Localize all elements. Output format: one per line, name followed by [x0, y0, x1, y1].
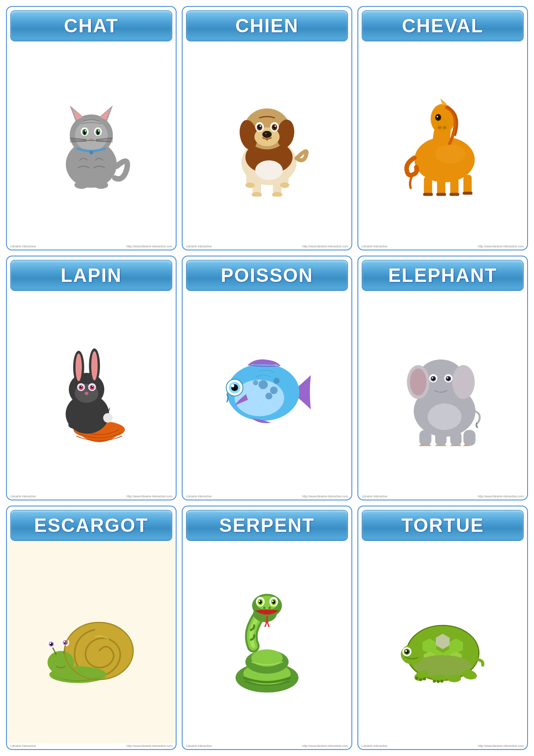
- svg-point-14: [98, 130, 99, 132]
- svg-point-99: [231, 384, 234, 387]
- svg-point-113: [447, 377, 449, 379]
- svg-point-153: [259, 600, 261, 602]
- card-footer-chat: Librairie-Interactive http://www.librair…: [7, 244, 176, 250]
- card-chat: CHAT: [6, 6, 177, 250]
- svg-point-75: [91, 351, 98, 381]
- svg-point-172: [405, 650, 407, 652]
- card-title-serpent: SERPENT: [219, 515, 315, 536]
- svg-point-74: [75, 354, 82, 381]
- svg-rect-116: [450, 431, 462, 446]
- svg-rect-115: [435, 431, 447, 446]
- card-footer-escargot: Librairie-Interactive http://www.librair…: [7, 744, 176, 749]
- chat-svg: [48, 91, 134, 194]
- svg-point-112: [432, 377, 434, 379]
- svg-point-47: [245, 182, 255, 188]
- card-title-elephant: ELEPHANT: [388, 265, 497, 286]
- svg-point-83: [81, 386, 82, 387]
- card-footer-poisson: Librairie-Interactive http://www.librair…: [183, 494, 351, 500]
- svg-point-105: [410, 369, 427, 396]
- card-tortue: TORTUE: [357, 506, 528, 750]
- card-title-wrapper-tortue: TORTUE: [362, 510, 524, 541]
- svg-point-24: [94, 181, 108, 189]
- svg-point-91: [259, 380, 268, 389]
- svg-point-37: [260, 125, 261, 127]
- svg-point-181: [437, 680, 440, 683]
- svg-point-22: [89, 150, 93, 154]
- svg-rect-63: [463, 175, 472, 195]
- svg-point-180: [433, 680, 436, 683]
- svg-point-137: [50, 643, 52, 644]
- card-image-elephant: [358, 291, 527, 494]
- svg-rect-66: [450, 193, 459, 196]
- card-title-poisson: POISSON: [221, 265, 314, 286]
- card-title-wrapper-escargot: ESCARGOT: [10, 510, 172, 541]
- svg-point-57: [437, 116, 438, 118]
- card-chien: CHIEN: [182, 6, 352, 250]
- card-serpent: SERPENT: [182, 506, 352, 750]
- svg-rect-64: [423, 193, 433, 196]
- svg-point-6: [75, 120, 108, 151]
- card-lapin: LAPIN: [6, 256, 177, 500]
- card-cheval: CHEVAL: [357, 6, 528, 250]
- svg-point-155: [263, 607, 265, 609]
- svg-point-39: [262, 131, 272, 138]
- escargot-svg: [42, 593, 141, 692]
- svg-rect-117: [463, 430, 475, 446]
- serpent-svg: [222, 584, 312, 700]
- elephant-svg: [397, 338, 488, 446]
- card-title-tortue: TORTUE: [401, 515, 484, 536]
- card-footer-cheval: Librairie-Interactive http://www.librair…: [358, 244, 527, 250]
- svg-point-177: [415, 676, 418, 679]
- svg-point-56: [436, 115, 440, 120]
- card-title-wrapper-poisson: POISSON: [186, 260, 348, 291]
- card-title-wrapper-elephant: ELEPHANT: [362, 260, 524, 291]
- svg-point-48: [280, 182, 289, 188]
- svg-point-86: [103, 413, 113, 423]
- card-image-poisson: [183, 291, 351, 494]
- card-title-wrapper-lapin: LAPIN: [10, 260, 172, 291]
- svg-point-104: [452, 365, 475, 399]
- chien-svg: [222, 89, 312, 197]
- card-title-wrapper-chien: CHIEN: [186, 10, 348, 41]
- svg-point-182: [441, 680, 444, 683]
- svg-rect-62: [450, 178, 459, 196]
- svg-rect-67: [463, 192, 472, 195]
- svg-point-38: [274, 125, 276, 127]
- svg-point-138: [64, 641, 65, 643]
- svg-point-84: [92, 386, 93, 387]
- svg-rect-114: [419, 430, 432, 446]
- svg-point-175: [447, 675, 461, 682]
- lapin-svg: [44, 338, 139, 446]
- svg-point-94: [265, 393, 272, 400]
- card-footer-elephant: Librairie-Interactive http://www.librair…: [358, 494, 527, 500]
- card-title-lapin: LAPIN: [61, 265, 122, 286]
- svg-point-68: [435, 145, 466, 164]
- svg-rect-65: [436, 193, 446, 196]
- svg-point-92: [270, 387, 278, 394]
- card-image-chien: [183, 41, 351, 244]
- card-footer-tortue: Librairie-Interactive http://www.librair…: [358, 744, 527, 749]
- card-title-cheval: CHEVAL: [402, 15, 484, 36]
- card-image-serpent: [183, 541, 351, 744]
- svg-point-179: [423, 677, 426, 680]
- svg-point-178: [419, 678, 422, 681]
- card-footer-lapin: Librairie-Interactive http://www.librair…: [7, 494, 176, 500]
- svg-point-40: [265, 133, 267, 134]
- cheval-svg: [397, 89, 488, 197]
- svg-point-23: [75, 181, 89, 189]
- svg-point-54: [443, 126, 447, 129]
- svg-point-125: [428, 404, 462, 430]
- card-poisson: POISSON: [182, 256, 352, 500]
- svg-point-93: [273, 378, 279, 384]
- svg-point-154: [272, 600, 274, 602]
- card-image-tortue: [358, 541, 527, 744]
- svg-point-13: [85, 130, 87, 132]
- card-footer-chien: Librairie-Interactive http://www.librair…: [183, 244, 351, 250]
- card-elephant: ELEPHANT: [357, 256, 528, 500]
- card-escargot: ESCARGOT: [6, 506, 177, 750]
- card-footer-serpent: Librairie-Interactive http://www.librair…: [183, 744, 351, 749]
- svg-point-85: [84, 392, 88, 395]
- card-title-chat: CHAT: [64, 15, 119, 36]
- card-title-escargot: ESCARGOT: [34, 515, 148, 536]
- svg-point-88: [93, 421, 106, 428]
